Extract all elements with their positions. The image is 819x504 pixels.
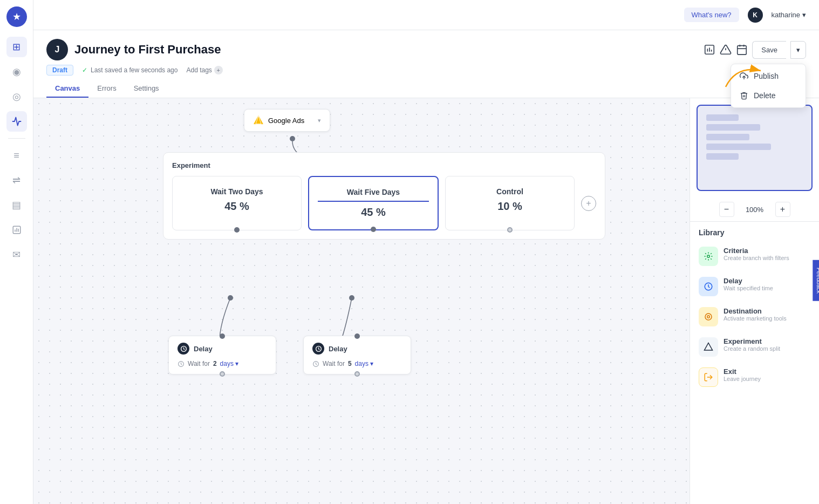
feedback-tab[interactable]: Feedback <box>813 260 819 301</box>
sidebar: ★ ⊞ ◉ ◎ ≡ ⇌ ▤ ✉ <box>0 0 33 504</box>
branch-control-pct: 10 % <box>454 200 565 213</box>
google-ads-chevron: ▾ <box>318 117 321 124</box>
google-ads-label: Google Ads <box>268 117 304 125</box>
branch-control-name: Control <box>454 187 565 196</box>
branch-wait-two-dot <box>234 227 240 233</box>
delay-2-dot-bottom <box>354 371 360 377</box>
add-branch-button[interactable]: + <box>581 196 596 211</box>
library-item-experiment[interactable]: Experiment Create a random split <box>690 332 819 362</box>
svg-point-29 <box>705 314 712 320</box>
library-header: Library <box>690 222 819 241</box>
delay-node-1[interactable]: Delay Wait for 2 days ▾ <box>168 336 276 374</box>
sidebar-icon-compass[interactable]: ◎ <box>6 86 27 107</box>
branch-wait-five-dot <box>371 227 376 232</box>
branch-underline <box>318 201 429 202</box>
google-ads-node[interactable]: Google Ads ▾ <box>244 109 330 132</box>
delay-1-config: Wait for 2 days ▾ <box>178 360 267 367</box>
zoom-out-button[interactable]: − <box>719 202 734 217</box>
branch-control-dot <box>507 227 513 233</box>
experiment-lib-title: Experiment <box>724 337 780 345</box>
experiment-lib-icon <box>699 337 718 357</box>
delay-lib-subtitle: Wait specified time <box>724 285 773 291</box>
delay-2-dot-top <box>354 333 360 339</box>
calendar-icon[interactable] <box>736 44 748 56</box>
page-title: Journey to First Purchase <box>74 43 221 57</box>
save-dropdown-button[interactable]: ▾ <box>790 41 806 59</box>
sidebar-icon-reports[interactable] <box>6 220 27 240</box>
delay-node-2[interactable]: Delay Wait for 5 days ▾ <box>303 336 411 374</box>
sidebar-icon-broadcasts[interactable]: ◉ <box>6 62 27 82</box>
delay-1-clock-icon <box>178 360 185 367</box>
page-title-row: J Journey to First Purchase Save ▾ <box>46 39 806 60</box>
delay-lib-icon <box>699 277 718 296</box>
canvas-area: Google Ads ▾ Experiment Wait Two Days 45… <box>33 98 819 504</box>
experiment-label: Experiment <box>172 161 596 169</box>
delay-lib-title: Delay <box>724 277 773 285</box>
mini-map-content <box>706 114 771 160</box>
sidebar-icon-email[interactable]: ✉ <box>6 244 27 265</box>
branch-wait-five[interactable]: Wait Five Days 45 % <box>308 176 439 230</box>
zoom-in-button[interactable]: + <box>775 202 790 217</box>
sidebar-icon-table[interactable]: ▤ <box>6 195 27 215</box>
mini-map <box>697 105 813 191</box>
svg-point-27 <box>707 255 710 258</box>
page-actions: Save ▾ <box>704 41 806 59</box>
save-button[interactable]: Save <box>752 41 786 59</box>
delay-1-dot-bottom <box>220 371 225 377</box>
analytics-icon[interactable] <box>704 44 715 56</box>
draft-badge: Draft <box>46 65 73 76</box>
svg-marker-21 <box>254 116 263 124</box>
saved-status: ✓ Last saved a few seconds ago <box>82 66 178 74</box>
add-tags-button[interactable]: Add tags + <box>186 66 222 74</box>
exit-icon <box>699 367 718 387</box>
destination-icon <box>699 307 718 326</box>
delay-2-unit[interactable]: days ▾ <box>355 360 374 367</box>
library-item-criteria[interactable]: Criteria Create branch with filters <box>690 241 819 271</box>
page-header: J Journey to First Purchase Save ▾ <box>33 30 819 98</box>
criteria-title: Criteria <box>724 247 789 255</box>
delay-2-config: Wait for 5 days ▾ <box>312 360 402 367</box>
branch-control[interactable]: Control 10 % <box>445 176 575 230</box>
criteria-icon <box>699 247 718 266</box>
exit-title: Exit <box>724 367 761 376</box>
experiment-container: Experiment Wait Two Days 45 % Wait Five … <box>163 152 605 240</box>
destination-title: Destination <box>724 307 787 315</box>
library-item-delay[interactable]: Delay Wait specified time <box>690 271 819 302</box>
google-ads-icon <box>253 115 264 126</box>
svg-point-30 <box>707 316 710 318</box>
svg-rect-10 <box>738 46 747 55</box>
svg-point-18 <box>349 295 354 301</box>
branch-wait-five-pct: 45 % <box>318 206 429 219</box>
add-circle-icon: + <box>214 66 223 74</box>
warning-icon[interactable] <box>720 44 732 56</box>
svg-marker-31 <box>705 343 713 351</box>
user-name[interactable]: katharine ▾ <box>772 11 806 19</box>
canvas[interactable]: Google Ads ▾ Experiment Wait Two Days 45… <box>33 98 690 504</box>
tabs: Canvas Errors Settings <box>46 80 806 98</box>
tab-settings[interactable]: Settings <box>125 80 168 98</box>
sidebar-icon-transfer[interactable]: ⇌ <box>6 170 27 190</box>
sidebar-icon-list[interactable]: ≡ <box>6 145 27 166</box>
sidebar-icon-dashboard[interactable]: ⊞ <box>6 37 27 57</box>
criteria-subtitle: Create branch with filters <box>724 255 789 261</box>
saved-check-icon: ✓ <box>82 66 87 74</box>
right-panel: − 100% + Library Criteria Create branch … <box>690 98 819 504</box>
delay-2-clock-icon <box>312 360 319 367</box>
sidebar-icon-journeys[interactable] <box>6 111 27 132</box>
library-item-destination[interactable]: Destination Activate marketing tools <box>690 302 819 332</box>
tab-errors[interactable]: Errors <box>88 80 125 98</box>
svg-point-17 <box>228 295 233 301</box>
page-title-left: J Journey to First Purchase <box>46 39 221 60</box>
tab-canvas[interactable]: Canvas <box>46 80 88 98</box>
delay-1-header: Delay <box>178 343 267 355</box>
delay-2-header: Delay <box>312 343 402 355</box>
app-logo[interactable]: ★ <box>6 6 27 27</box>
whats-new-button[interactable]: What's new? <box>684 8 739 22</box>
experiment-branches: Wait Two Days 45 % Wait Five Days 45 % C… <box>172 176 596 230</box>
library-item-exit[interactable]: Exit Leave journey <box>690 362 819 392</box>
branch-wait-two[interactable]: Wait Two Days 45 % <box>172 176 302 230</box>
delay-1-unit[interactable]: days ▾ <box>220 360 239 367</box>
delay-2-icon <box>312 343 324 355</box>
experiment-lib-subtitle: Create a random split <box>724 345 780 352</box>
sidebar-divider <box>8 138 25 139</box>
